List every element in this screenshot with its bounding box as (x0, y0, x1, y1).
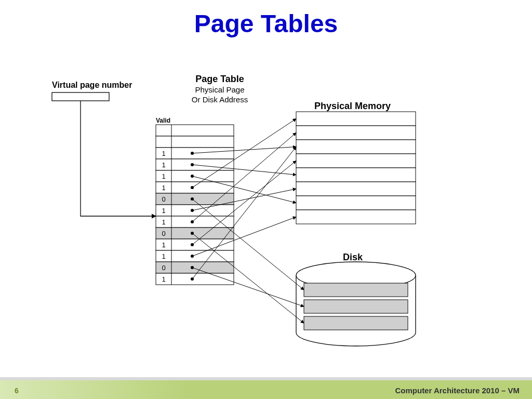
mapping-arrow (192, 268, 304, 307)
page-table-row (156, 216, 234, 228)
valid-bit: 0 (162, 264, 165, 272)
page-table-row (156, 193, 234, 205)
valid-bit: 1 (162, 218, 165, 226)
memory-frame (296, 168, 416, 182)
page-table-row (156, 228, 234, 239)
memory-frame (296, 196, 416, 210)
valid-bit: 1 (162, 275, 165, 283)
page-table-row (156, 136, 234, 148)
svg-rect-0 (52, 92, 109, 101)
disk-block (304, 300, 408, 313)
page-number: 6 (15, 387, 19, 395)
diagram-canvas: 111101101101 (0, 0, 532, 399)
memory-frame (296, 140, 416, 154)
footer-bar: 6 Computer Architecture 2010 – VM (0, 380, 532, 399)
memory-frame (296, 112, 416, 126)
memory-frame (296, 210, 416, 224)
valid-bit: 1 (162, 252, 165, 260)
page-table-row (156, 125, 234, 136)
valid-bit: 0 (162, 230, 165, 237)
valid-bit: 0 (162, 195, 165, 203)
valid-bit: 1 (162, 207, 165, 215)
disk-block (304, 283, 408, 297)
page-table-row (156, 205, 234, 216)
course-label: Computer Architecture 2010 – VM (395, 386, 520, 395)
valid-bit: 1 (162, 161, 165, 169)
memory-frame (296, 182, 416, 196)
page-table-row (156, 273, 234, 285)
page-table-row (156, 262, 234, 273)
memory-frame (296, 154, 416, 168)
valid-bit: 1 (162, 172, 165, 180)
page-table-row (156, 250, 234, 262)
page-table-row (156, 170, 234, 182)
memory-frame (296, 126, 416, 140)
valid-bit: 1 (162, 150, 165, 157)
disk-block (304, 316, 408, 330)
valid-bit: 1 (162, 184, 165, 192)
valid-bit: 1 (162, 241, 165, 249)
